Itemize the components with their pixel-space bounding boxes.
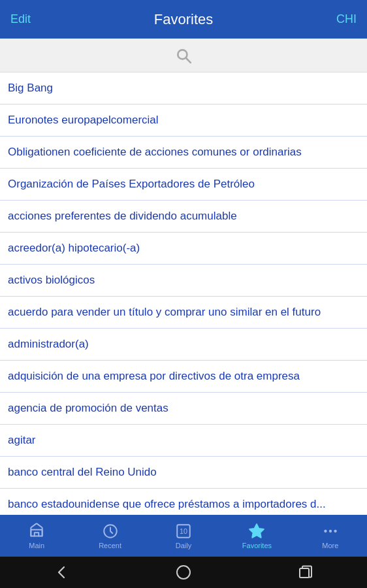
svg-point-7 (324, 529, 327, 532)
list-item[interactable]: Organización de Países Exportadores de P… (0, 169, 367, 201)
tab-recent-label: Recent (99, 542, 121, 549)
svg-point-10 (177, 566, 190, 579)
tab-main[interactable]: Main (0, 515, 73, 557)
list-item[interactable]: acuerdo para vender un título y comprar … (0, 297, 367, 329)
list-item[interactable]: agitar (0, 425, 367, 457)
tab-favorites[interactable]: Favorites (220, 515, 293, 557)
tab-more[interactable]: More (294, 515, 367, 557)
top-bar: Edit Favorites CHI (0, 0, 367, 39)
tab-daily[interactable]: 10 Daily (147, 515, 220, 557)
tab-main-label: Main (29, 542, 44, 549)
home-button[interactable] (164, 559, 203, 585)
chi-button[interactable]: CHI (336, 12, 357, 26)
list-item[interactable]: administrador(a) (0, 329, 367, 361)
svg-text:10: 10 (180, 527, 187, 535)
edit-button[interactable]: Edit (10, 12, 31, 26)
list-item[interactable]: banco central del Reino Unido (0, 457, 367, 489)
list-item[interactable]: Euronotes europapelcomercial (0, 105, 367, 137)
svg-marker-6 (250, 524, 264, 538)
page-title: Favorites (154, 11, 213, 28)
svg-line-1 (186, 57, 191, 62)
list-item[interactable]: acciones preferentes de dividendo acumul… (0, 201, 367, 233)
list-item[interactable]: acreedor(a) hipotecario(-a) (0, 233, 367, 265)
search-icon[interactable] (173, 45, 194, 66)
list-item[interactable]: adquisición de una empresa por directivo… (0, 361, 367, 393)
tab-favorites-label: Favorites (242, 542, 272, 549)
back-button[interactable] (42, 559, 81, 585)
tab-recent[interactable]: Recent (73, 515, 146, 557)
list-item[interactable]: banco estadounidense que ofrece préstamo… (0, 489, 367, 515)
list-item[interactable]: Big Bang (0, 73, 367, 105)
recents-button[interactable] (286, 559, 325, 585)
list-item[interactable]: Obligationen coeficiente de acciones com… (0, 137, 367, 169)
svg-rect-11 (300, 568, 309, 578)
tab-daily-label: Daily (176, 542, 191, 549)
search-bar (0, 39, 367, 73)
system-nav-bar (0, 557, 367, 588)
list-item[interactable]: activos biológicos (0, 265, 367, 297)
svg-point-9 (334, 529, 336, 532)
bottom-tab-bar: Main Recent 10 Daily Favorites More (0, 515, 367, 557)
favorites-list: Big BangEuronotes europapelcomercialObli… (0, 73, 367, 515)
svg-point-8 (329, 529, 332, 532)
list-item[interactable]: agencia de promoción de ventas (0, 393, 367, 425)
tab-more-label: More (322, 542, 338, 549)
